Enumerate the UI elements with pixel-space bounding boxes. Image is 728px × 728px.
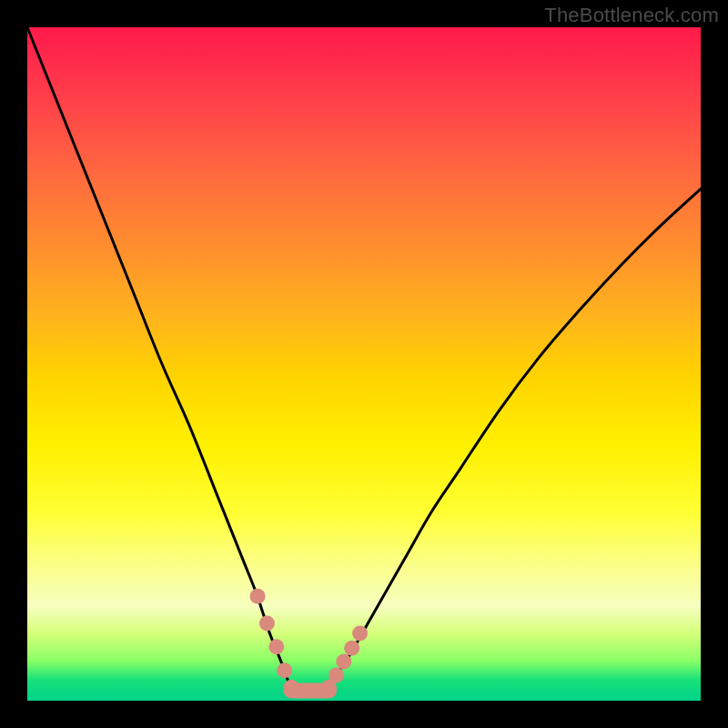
marker-left-1 <box>259 615 275 631</box>
marker-right-1 <box>329 667 344 682</box>
optimum-markers <box>250 589 368 695</box>
curve-path <box>27 27 701 694</box>
bottleneck-curve <box>27 27 701 694</box>
watermark-text: TheBottleneck.com <box>544 4 719 27</box>
marker-left-0 <box>250 589 266 604</box>
chart-container: TheBottleneck.com <box>0 0 728 728</box>
marker-left-2 <box>268 639 284 654</box>
curve-svg <box>27 27 701 701</box>
marker-right-4 <box>352 626 368 642</box>
plot-area <box>27 27 701 701</box>
marker-right-2 <box>336 654 351 670</box>
marker-right-3 <box>344 641 359 656</box>
marker-left-3 <box>277 662 292 678</box>
